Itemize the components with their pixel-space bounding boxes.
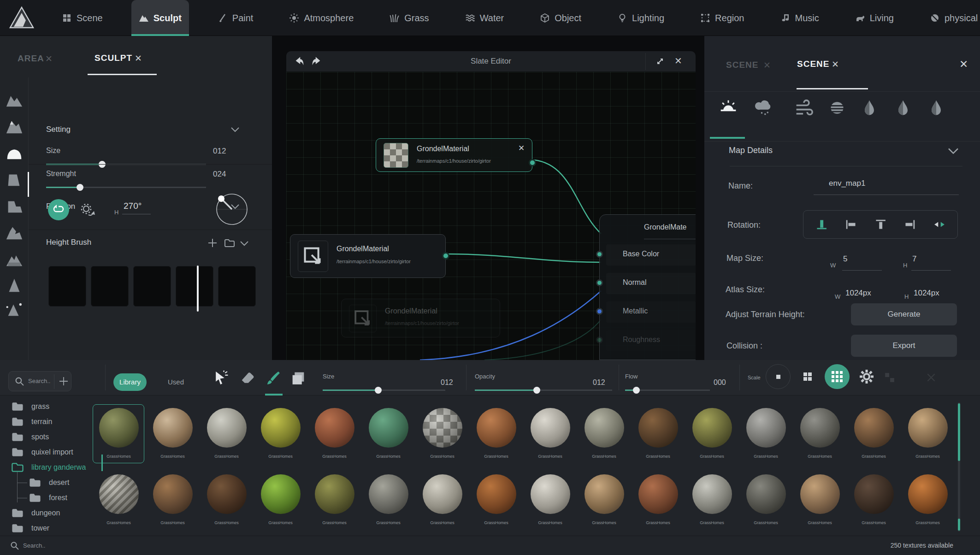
align-top-button[interactable] [874, 218, 887, 231]
texture-item[interactable]: GrassHomes [793, 474, 847, 525]
peak-brush-icon[interactable] [5, 276, 24, 294]
generate-button[interactable]: Generate [851, 303, 957, 325]
material-input-base-color[interactable]: Base Color [606, 244, 696, 266]
rotate-settings-icon[interactable] [78, 203, 96, 218]
rocky-brush-icon[interactable] [5, 223, 24, 242]
atlas-w-value[interactable]: 1024px [845, 289, 871, 298]
map-details-collapse-icon[interactable] [947, 148, 959, 154]
height-brush-tile[interactable] [48, 266, 86, 307]
tab-living[interactable]: Living [848, 0, 901, 36]
texture-item[interactable]: GrassHomes [847, 474, 901, 525]
texture-item[interactable]: GrassHomes [254, 408, 307, 459]
setting-collapse-icon[interactable] [230, 127, 240, 132]
material-input-roughness[interactable]: Roughness [606, 330, 696, 351]
rotation-dial[interactable] [214, 191, 250, 227]
footer-search-placeholder[interactable]: Search.. [23, 542, 45, 549]
tab-lighting[interactable]: Lighting [610, 0, 672, 36]
map-h-value[interactable]: 7 [912, 254, 916, 264]
water-drop-icon[interactable] [859, 99, 880, 117]
texture-item[interactable]: GrassHomes [685, 408, 739, 459]
tab-sculpt-close-icon[interactable]: ✕ [135, 53, 142, 64]
texture-item[interactable]: GrassHomes [254, 474, 307, 525]
dune-brush-icon[interactable] [5, 143, 24, 161]
water-drop-icon[interactable] [926, 99, 946, 117]
texture-item[interactable]: GrassHomes [200, 408, 254, 459]
tab-grass[interactable]: Grass [382, 0, 436, 36]
height-brush-tile[interactable] [218, 266, 256, 307]
tab-sculpt[interactable]: Sculpt [131, 0, 189, 36]
node-canvas[interactable]: GrondelMaterial /terrainmaps/c1/house/zi… [286, 72, 696, 360]
node-output-port[interactable] [442, 252, 449, 260]
material-node-3[interactable]: GrondelMaterial /terrainmaps/c1/house/zi… [341, 299, 500, 337]
material-input-normal[interactable]: Normal [606, 273, 696, 294]
node-output-port[interactable] [529, 159, 536, 166]
slider-track[interactable] [46, 187, 206, 188]
tab-scene-inactive[interactable]: SCENE [726, 60, 758, 70]
texture-item[interactable]: GrassHomes [901, 408, 955, 459]
tab-water[interactable]: Water [458, 0, 512, 36]
texture-item[interactable]: GrassHomes [577, 408, 631, 459]
input-port-metallic[interactable] [596, 308, 603, 315]
cliff-notch-brush-icon[interactable] [5, 196, 24, 215]
cliff-brush-icon[interactable] [5, 170, 24, 188]
texture-item[interactable]: GrassHomes [739, 408, 793, 459]
texture-item[interactable]: GrassHomes [523, 474, 577, 525]
texture-item[interactable]: GrassHomes [307, 408, 361, 459]
tab-atmosphere[interactable]: Atmosphere [282, 0, 361, 36]
node-close-icon[interactable]: ✕ [518, 143, 525, 153]
texture-item[interactable]: GrassHomes [793, 408, 847, 459]
texture-item[interactable]: GrassHomes [146, 408, 200, 459]
add-brush-icon[interactable] [207, 238, 218, 248]
texture-item[interactable]: GrassHomes [361, 408, 415, 459]
texture-item[interactable]: GrassHomes [361, 474, 415, 525]
tab-physical[interactable]: physical [922, 0, 980, 36]
height-brush-tile[interactable] [133, 266, 171, 307]
material-input-metallic[interactable]: Metallic [606, 301, 696, 323]
height-brush-scrollbar[interactable] [197, 266, 199, 312]
tab-area-close-icon[interactable]: ✕ [45, 53, 53, 64]
align-left-button[interactable] [844, 218, 858, 231]
sunrise-icon[interactable] [718, 99, 738, 117]
texture-item[interactable]: GrassHomes [307, 474, 361, 525]
tab-scene-active[interactable]: SCENE [797, 59, 829, 69]
material-output-node[interactable]: GrondelMate Base ColorNormalMetallicRoug… [599, 214, 696, 360]
texture-item[interactable]: GrassHomes [469, 474, 523, 525]
tab-scene[interactable]: Scene [54, 0, 110, 36]
texture-item[interactable]: GrassHomes [577, 474, 631, 525]
rain-cloud-icon[interactable] [754, 99, 774, 117]
height-brush-tile[interactable] [91, 266, 129, 307]
tab-object[interactable]: Object [532, 0, 589, 36]
tab-sculpt[interactable]: SCULPT [94, 53, 132, 63]
tab-scene-close-icon[interactable]: ✕ [832, 59, 839, 70]
scene-panel-close-icon[interactable]: ✕ [959, 58, 968, 71]
texture-item[interactable]: GrassHomes [523, 408, 577, 459]
texture-item[interactable]: GrassHomes [200, 474, 254, 525]
name-value[interactable]: env_map1 [829, 179, 865, 188]
input-port-normal[interactable] [596, 279, 603, 286]
mountain-snow-icon[interactable] [5, 117, 24, 136]
expand-icon[interactable] [655, 56, 665, 66]
texture-item[interactable]: GrassHomes [847, 408, 901, 459]
texture-item[interactable]: GrassHomes [631, 408, 685, 459]
input-port-base-color[interactable] [596, 251, 603, 258]
water-drop-icon[interactable] [893, 99, 913, 117]
map-w-value[interactable]: 5 [843, 254, 847, 264]
tab-region[interactable]: Region [693, 0, 751, 36]
peak-sparkle-brush-icon[interactable] [5, 300, 24, 318]
hill-brush-icon[interactable] [5, 250, 24, 268]
texture-item[interactable]: GrassHomes [92, 474, 146, 525]
texture-item[interactable]: GrassHomes [469, 408, 523, 459]
tab-paint[interactable]: Paint [210, 0, 261, 36]
height-brush-tile[interactable] [176, 266, 213, 307]
slider-knob[interactable] [77, 184, 83, 191]
texture-item[interactable]: GrassHomes [415, 408, 469, 459]
texture-item[interactable]: GrassHomes [146, 474, 200, 525]
texture-item[interactable]: GrassHomes [415, 474, 469, 525]
atlas-h-value[interactable]: 1024px [914, 289, 939, 298]
texture-item[interactable]: GrassHomes [631, 474, 685, 525]
input-port-roughness[interactable] [596, 337, 603, 343]
texture-scrollbar-thumb[interactable] [958, 403, 960, 461]
material-node-1[interactable]: GrondelMaterial /terrainmaps/c1/house/zi… [376, 138, 532, 172]
tab-area[interactable]: AREA [18, 53, 44, 64]
align-right-button[interactable] [903, 218, 917, 231]
